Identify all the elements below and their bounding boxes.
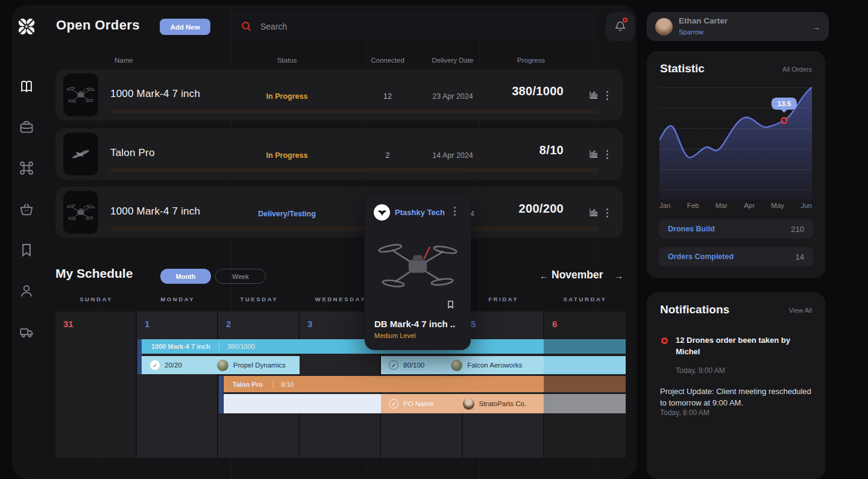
row-menu-icon[interactable] [606,208,608,218]
order-row[interactable]: 1000 Mark-4 7 inch In Progress 12 23 Apr… [55,69,623,121]
notification-item[interactable]: 12 Drones order been taken by Michel [676,335,810,358]
stat-row-drones-build[interactable]: Drones Build 210 [659,219,813,239]
product-name: DB Mark-4 7 inch .. [374,319,455,329]
event-accent-stripe [137,339,142,374]
row-menu-icon[interactable] [606,91,608,100]
notification-item[interactable]: Project Update: Client meeting reschedul… [660,386,812,409]
sidebar-item-profile[interactable] [18,283,35,299]
truck-icon [18,324,35,340]
event-value: 80/100 [403,362,424,369]
gridline [659,190,812,190]
notification-time: Today, 8:00 AM [660,409,709,417]
prev-month-arrow[interactable]: ← [539,271,549,281]
all-orders-filter[interactable]: All Orders [782,66,812,73]
calendar-date: 3 [307,319,312,329]
user-card[interactable]: Ethan Carter Sparrow → [647,12,829,41]
order-status: In Progress [266,92,308,101]
calendar-event-mark4[interactable]: 1000 Mark-4 7 inch 380/1000 [142,339,544,354]
drone-image [372,235,464,298]
check-icon: ✓ [150,360,160,370]
app-logo-drone-icon[interactable] [17,17,36,36]
month-view-button[interactable]: Month [160,269,211,284]
vendor-avatar [451,360,462,371]
calendar-date: 6 [552,319,557,329]
gridline [659,149,812,149]
sidebar-item-saved[interactable] [18,242,35,258]
col-header-delivery-date: Delivery Date [432,57,473,64]
calendar-event-mark4-tail[interactable] [544,339,626,354]
order-name: 1000 Mark-4 7 inch [110,88,200,100]
sidebar-item-cases[interactable] [18,119,35,136]
bar-chart-icon[interactable] [588,89,599,101]
week-view-button[interactable]: Week [215,269,266,284]
search-icon [241,20,253,33]
month-tick: Apr [744,202,755,209]
gridline [659,87,812,88]
order-progress-label: 380/1000 [512,84,564,98]
bookmark-icon[interactable] [445,299,456,310]
next-month-arrow[interactable]: → [614,271,623,281]
arrow-right-icon[interactable]: → [811,22,820,32]
calendar-date: 5 [471,319,476,329]
order-progress-label: 8/10 [539,143,564,157]
view-all-link[interactable]: View All [789,307,812,314]
order-status: Delivery/Testing [258,210,316,218]
vendor-name[interactable]: Ptashky Tech [395,208,445,217]
calendar-event-talon[interactable]: Talon Pro 8/10 [224,376,544,392]
vendor-name: StratoParts Co. [479,400,527,407]
stat-label: Drones Build [668,225,715,233]
stat-row-orders-completed[interactable]: Orders Completed 14 [659,247,813,266]
check-icon: ✓ [389,399,398,409]
page-title: Open Orders [56,17,140,33]
stat-value: 210 [791,225,804,234]
vendor-avatar [463,398,474,410]
month-tick: May [771,202,784,209]
progress-bar [110,168,599,172]
month-label: November [552,269,603,281]
calendar-event-talon-blank[interactable] [224,394,381,413]
sidebar-item-components[interactable] [18,160,35,177]
bar-chart-icon[interactable] [588,148,599,160]
order-name: 1000 Mark-4 7 inch [110,205,200,218]
calendar-event-talon-tail[interactable] [544,376,626,392]
weekday-label: SATURDAY [544,296,626,302]
calendar-date: 1 [145,319,149,329]
event-label: Talon Pro [233,381,263,388]
popup-menu-icon[interactable] [454,207,456,216]
col-header-progress: Progress [517,57,545,64]
sidebar-item-orders[interactable] [18,78,35,95]
user-name: Ethan Carter [679,16,728,26]
month-tick: Jun [800,202,812,209]
month-tick: Mar [715,202,728,209]
col-header-name: Name [115,57,133,64]
calendar-cell[interactable]: 1 [137,312,217,458]
calendar-cell[interactable]: 31 [55,312,136,458]
orders-area-chart: 13.5 [659,84,812,200]
order-row[interactable]: Talon Pro In Progress 2 14 Apr 2024 8/10 [55,128,623,180]
col-header-connected: Connected [371,57,404,64]
order-connected: 2 [386,151,390,160]
sidebar-item-market[interactable] [18,201,35,218]
sidebar-item-delivery[interactable] [18,324,35,340]
bar-chart-icon[interactable] [588,207,599,218]
calendar-event-mark4-done-left[interactable]: ✓ 20/20 Propel Dynamics [142,356,300,374]
stat-label: Orders Completed [668,252,734,261]
unread-indicator-icon [661,337,668,344]
notification-bell-button[interactable] [606,12,635,41]
weekday-label: TUESDAY [218,296,300,302]
row-menu-icon[interactable] [606,150,608,159]
weekday-label: FRIDAY [463,296,544,302]
calendar-event-talon-po-tail[interactable] [544,394,626,413]
search-bar[interactable] [231,13,594,40]
product-popup: Ptashky Tech DB Mark-4 7 inch .. Medium … [365,196,471,350]
order-connected: 12 [383,92,392,101]
calendar-event-talon-po[interactable]: ✓ PO Name StratoParts Co. [381,394,544,413]
search-input[interactable] [260,22,584,31]
weekday-header-row: SUNDAY MONDAY TUESDAY WEDNESDAY THURSDAY… [55,296,626,302]
calendar-event-mark4-done-tail[interactable] [544,356,626,374]
order-row[interactable]: 1000 Mark-4 7 inch Delivery/Testing 4 20… [55,187,623,238]
progress-bar [110,109,599,113]
calendar-event-mark4-done-right[interactable]: ✓ 80/100 Falcon Aeroworks [381,356,544,374]
event-label: PO Name [403,400,434,407]
add-new-button[interactable]: Add New [160,19,210,35]
